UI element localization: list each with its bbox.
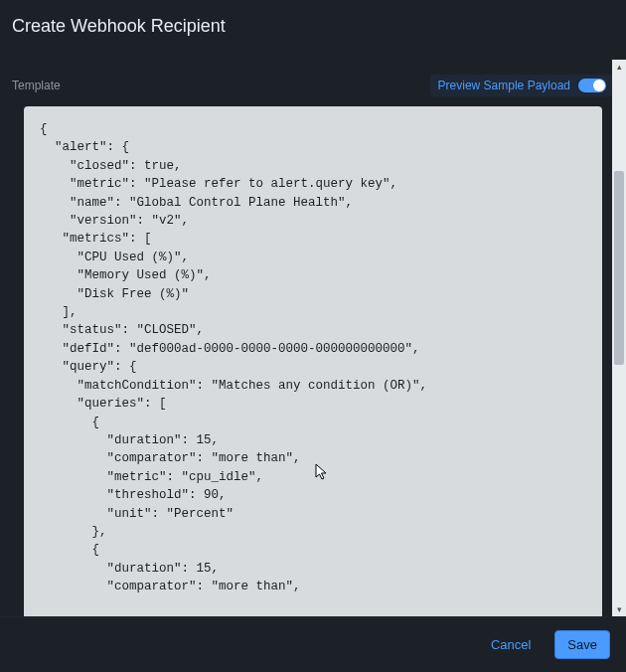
modal-scrollbar-thumb[interactable] xyxy=(614,171,624,365)
template-label: Template xyxy=(12,79,61,92)
modal-title: Create Webhook Recipient xyxy=(0,0,626,49)
template-section-header: Template Preview Sample Payload xyxy=(0,75,626,106)
save-button[interactable]: Save xyxy=(554,630,610,659)
preview-sample-payload-label: Preview Sample Payload xyxy=(438,79,570,92)
modal-footer: Cancel Save xyxy=(0,616,626,672)
preview-sample-payload-toggle[interactable] xyxy=(578,79,606,92)
scroll-up-arrow[interactable]: ▴ xyxy=(612,60,626,74)
payload-json-code[interactable]: { "alert": { "closed": true, "metric": "… xyxy=(40,120,586,596)
payload-preview-panel: { "alert": { "closed": true, "metric": "… xyxy=(24,106,602,672)
create-webhook-modal: Create Webhook Recipient Template Previe… xyxy=(0,0,626,672)
scroll-down-arrow[interactable]: ▾ xyxy=(612,602,626,616)
cancel-button[interactable]: Cancel xyxy=(479,631,543,658)
preview-sample-payload-control[interactable]: Preview Sample Payload xyxy=(430,75,614,96)
modal-scrollbar[interactable]: ▴ ▾ xyxy=(612,60,626,616)
